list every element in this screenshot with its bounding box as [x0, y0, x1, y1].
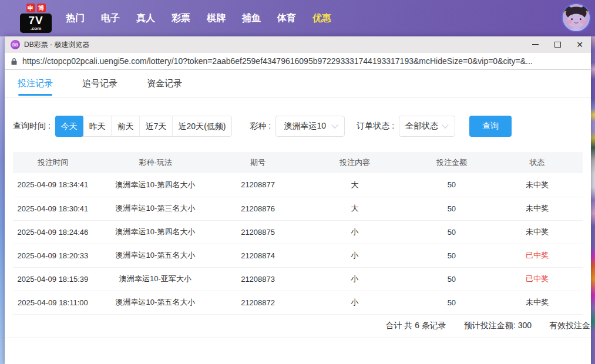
- tab[interactable]: 投注记录: [18, 70, 53, 97]
- table-cell: 21208874: [218, 244, 298, 267]
- order-status-select[interactable]: 全部状态: [399, 116, 455, 137]
- table-cell: 澳洲幸运10-亚军大小: [93, 267, 218, 291]
- estimated-amount-text: 预计投注金额: 300: [464, 321, 532, 331]
- table-row: 2025-04-09 18:20:33澳洲幸运10-第五名大小21208874小…: [13, 244, 583, 267]
- table-cell: 2025-04-09 18:20:33: [13, 244, 93, 267]
- table-cell: 2025-04-09 18:30:41: [13, 197, 93, 220]
- column-header: 期号: [218, 152, 298, 173]
- background-page-right-edge: [591, 36, 595, 364]
- chevron-down-icon: [442, 122, 448, 128]
- table-cell: 21208873: [218, 267, 298, 291]
- chevron-down-icon: [332, 122, 338, 128]
- browser-window: DB DB彩票 - 极速浏览器 ✕ https://ctopcp02pcali.…: [5, 36, 591, 364]
- status-cell: 已中奖: [492, 267, 583, 291]
- table-cell: 2025-04-09 18:15:39: [13, 267, 93, 291]
- table-cell: 50: [412, 244, 492, 267]
- status-cell: 已中奖: [492, 244, 583, 267]
- table-cell: 21208877: [218, 173, 298, 197]
- logo-brand-text: 7V: [22, 15, 50, 26]
- address-bar[interactable]: https://ctopcp02pcali.uengi5e.com/lotter…: [5, 53, 591, 70]
- table-cell: 2025-04-09 18:11:00: [13, 291, 93, 314]
- time-option[interactable]: 前天: [112, 116, 140, 136]
- background-page-left-edge: [0, 36, 5, 364]
- table-row: 2025-04-09 18:11:00澳洲幸运10-第五名大小21208872小…: [13, 291, 583, 314]
- page-content: 投注记录追号记录资金记录 查询时间 : 今天昨天前天近7天近20天(低频) 彩种…: [5, 70, 591, 364]
- table-cell: 50: [412, 267, 492, 291]
- column-header: 投注内容: [298, 152, 412, 173]
- table-row: 2025-04-09 18:30:41澳洲幸运10-第三名大小21208876大…: [13, 197, 583, 220]
- close-icon: ✕: [576, 41, 583, 49]
- site-logo[interactable]: 申 博 7V .com: [20, 4, 52, 33]
- maximize-button[interactable]: [546, 36, 569, 53]
- tab[interactable]: 资金记录: [147, 70, 182, 97]
- column-header: 投注金额: [412, 152, 492, 173]
- time-filter-label: 查询时间 :: [13, 121, 51, 132]
- table-cell: 澳洲幸运10-第五名大小: [93, 244, 218, 267]
- query-button[interactable]: 查询: [469, 116, 512, 137]
- time-option[interactable]: 今天: [55, 116, 83, 137]
- column-header: 投注时间: [13, 152, 93, 173]
- table-row: 2025-04-09 18:15:39澳洲幸运10-亚军大小21208873小5…: [13, 267, 583, 291]
- bet-records-table: 投注时间彩种-玩法期号投注内容投注金额状态 2025-04-09 18:34:4…: [13, 152, 583, 315]
- table-cell: 50: [412, 173, 492, 197]
- minimize-button[interactable]: [524, 36, 546, 53]
- table-row: 2025-04-09 18:24:46澳洲幸运10-第四名大小21208875小…: [13, 220, 583, 244]
- table-cell: 小: [298, 267, 412, 291]
- url-text[interactable]: https://ctopcp02pcali.uengi5e.com/lotter…: [22, 56, 585, 66]
- tab[interactable]: 追号记录: [82, 70, 117, 97]
- lock-icon: [11, 58, 18, 65]
- maximize-icon: [554, 42, 561, 48]
- table-cell: 小: [298, 291, 412, 314]
- close-button[interactable]: ✕: [569, 36, 591, 53]
- nav-item[interactable]: 体育: [277, 12, 296, 25]
- table-cell: 大: [298, 197, 412, 220]
- table-cell: 小: [298, 244, 412, 267]
- window-title-bar: DB DB彩票 - 极速浏览器 ✕: [5, 36, 591, 53]
- table-cell: 21208875: [218, 220, 298, 244]
- table-cell: 未中奖: [492, 220, 583, 244]
- table-cell: 大: [298, 173, 412, 197]
- nav-item[interactable]: 电子: [101, 12, 120, 25]
- table-header-row: 投注时间彩种-玩法期号投注内容投注金额状态: [13, 152, 583, 173]
- table-cell: 21208872: [218, 291, 298, 314]
- minimize-icon: [532, 44, 539, 45]
- nav-item[interactable]: 优惠: [312, 12, 331, 25]
- nav-item[interactable]: 真人: [136, 12, 155, 25]
- order-status-label: 订单状态 :: [357, 121, 394, 132]
- nav-item[interactable]: 捕鱼: [242, 12, 261, 25]
- nav-item[interactable]: 彩票: [172, 12, 190, 25]
- total-records-text: 合计 共 6 条记录: [385, 321, 446, 331]
- summary-bar: 合计 共 6 条记录 预计投注金额: 300 有效投注金额: [5, 315, 591, 338]
- nav-item[interactable]: 棋牌: [207, 12, 226, 25]
- time-option[interactable]: 昨天: [83, 116, 112, 136]
- table-cell: 澳洲幸运10-第四名大小: [93, 173, 218, 197]
- logo-domain-text: .com: [22, 26, 50, 31]
- user-avatar[interactable]: [562, 3, 591, 32]
- table-cell: 2025-04-09 18:34:41: [13, 173, 93, 197]
- logo-badge-shen: 申: [26, 4, 35, 12]
- table-row: 2025-04-09 18:34:41澳洲幸运10-第四名大小21208877大…: [13, 173, 583, 197]
- time-option[interactable]: 近20天(低频): [173, 116, 232, 136]
- table-cell: 未中奖: [492, 197, 583, 220]
- table-cell: 澳洲幸运10-第五名大小: [93, 291, 218, 314]
- column-header: 状态: [492, 152, 583, 173]
- record-tabs: 投注记录追号记录资金记录: [5, 70, 591, 98]
- logo-body: 7V .com: [20, 14, 52, 33]
- valid-amount-text: 有效投注金额: [549, 321, 591, 331]
- lottery-select-value: 澳洲幸运10: [276, 121, 328, 132]
- lottery-select[interactable]: 澳洲幸运10: [275, 116, 345, 137]
- filter-bar: 查询时间 : 今天昨天前天近7天近20天(低频) 彩种 : 澳洲幸运10 订单状…: [5, 116, 591, 137]
- table-cell: 澳洲幸运10-第四名大小: [93, 220, 218, 244]
- nav-item[interactable]: 热门: [66, 12, 85, 25]
- table-cell: 未中奖: [492, 173, 583, 197]
- table-cell: 21208876: [218, 197, 298, 220]
- browser-favicon: DB: [11, 40, 20, 49]
- table-cell: 澳洲幸运10-第三名大小: [93, 197, 218, 220]
- time-filter-group: 今天昨天前天近7天近20天(低频): [55, 116, 233, 137]
- table-cell: 2025-04-09 18:24:46: [13, 220, 93, 244]
- window-controls: ✕: [524, 36, 591, 53]
- avatar-illustration: [563, 4, 590, 31]
- time-option[interactable]: 近7天: [140, 116, 173, 136]
- site-nav: 热门电子真人彩票棋牌捕鱼体育优惠: [66, 12, 331, 25]
- order-status-value: 全部状态: [399, 121, 438, 132]
